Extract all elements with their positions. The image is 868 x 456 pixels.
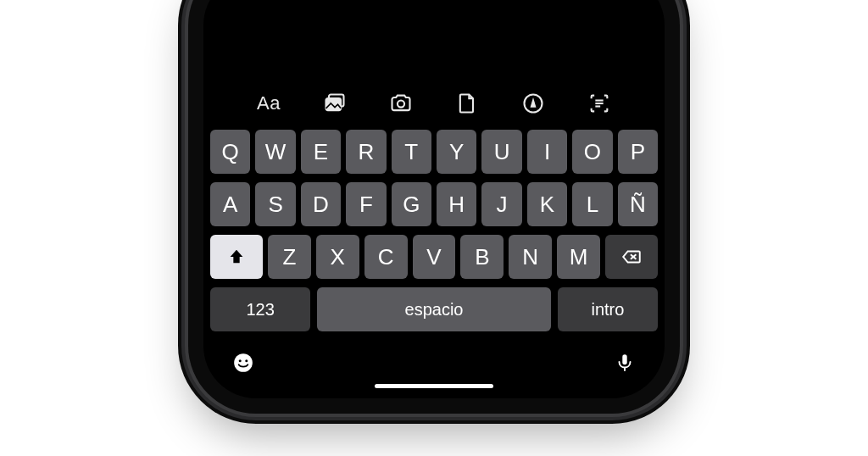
key-l[interactable]: L xyxy=(572,182,612,226)
space-key[interactable]: espacio xyxy=(317,287,551,331)
numbers-key[interactable]: 123 xyxy=(210,287,310,331)
key-h[interactable]: H xyxy=(437,182,476,226)
svg-point-3 xyxy=(398,101,404,108)
camera-icon[interactable] xyxy=(387,91,415,116)
keyboard: Q W E R T Y U I O P A S D F G H xyxy=(203,125,665,345)
emoji-icon[interactable] xyxy=(231,350,256,375)
key-y[interactable]: Y xyxy=(437,130,476,174)
key-w[interactable]: W xyxy=(255,130,295,174)
text-format-icon[interactable]: Aa xyxy=(254,91,283,116)
return-key[interactable]: intro xyxy=(558,287,658,331)
key-enye[interactable]: Ñ xyxy=(618,182,658,226)
svg-point-11 xyxy=(239,359,242,362)
key-b[interactable]: B xyxy=(460,235,504,279)
shift-key[interactable] xyxy=(210,235,263,279)
dictation-icon[interactable] xyxy=(612,350,637,375)
key-p[interactable]: P xyxy=(618,130,658,174)
key-e[interactable]: E xyxy=(301,130,341,174)
key-a[interactable]: A xyxy=(210,182,250,226)
keyboard-row-space: 123 espacio intro xyxy=(210,287,658,331)
key-j[interactable]: J xyxy=(481,182,521,226)
key-v[interactable]: V xyxy=(413,235,456,279)
photos-icon[interactable] xyxy=(320,91,349,116)
key-o[interactable]: O xyxy=(572,130,612,174)
key-f[interactable]: F xyxy=(346,182,386,226)
backspace-key[interactable] xyxy=(605,235,658,279)
key-g[interactable]: G xyxy=(392,182,431,226)
svg-point-12 xyxy=(245,359,248,362)
key-k[interactable]: K xyxy=(527,182,567,226)
key-n[interactable]: N xyxy=(509,235,552,279)
key-i[interactable]: I xyxy=(527,130,567,174)
document-icon[interactable] xyxy=(453,91,481,116)
keyboard-row-2: A S D F G H J K L Ñ xyxy=(210,182,658,226)
key-c[interactable]: C xyxy=(364,235,408,279)
key-z[interactable]: Z xyxy=(268,235,311,279)
key-x[interactable]: X xyxy=(316,235,359,279)
keyboard-row-3: Z X C V B N M xyxy=(210,235,658,279)
home-indicator[interactable] xyxy=(375,384,493,388)
key-r[interactable]: R xyxy=(346,130,386,174)
svg-rect-13 xyxy=(622,354,626,364)
markup-icon[interactable] xyxy=(519,91,548,116)
phone-screen: Aa xyxy=(203,0,665,398)
key-d[interactable]: D xyxy=(301,182,341,226)
key-m[interactable]: M xyxy=(557,235,600,279)
key-t[interactable]: T xyxy=(392,130,431,174)
keyboard-toolbar: Aa xyxy=(203,75,665,125)
key-s[interactable]: S xyxy=(255,182,295,226)
keyboard-bottom-bar xyxy=(203,345,665,384)
key-u[interactable]: U xyxy=(481,130,521,174)
keyboard-row-1: Q W E R T Y U I O P xyxy=(210,130,658,174)
svg-point-10 xyxy=(234,353,253,372)
phone-frame: Aa xyxy=(188,0,680,414)
key-q[interactable]: Q xyxy=(210,130,250,174)
scan-text-icon[interactable] xyxy=(585,91,614,116)
